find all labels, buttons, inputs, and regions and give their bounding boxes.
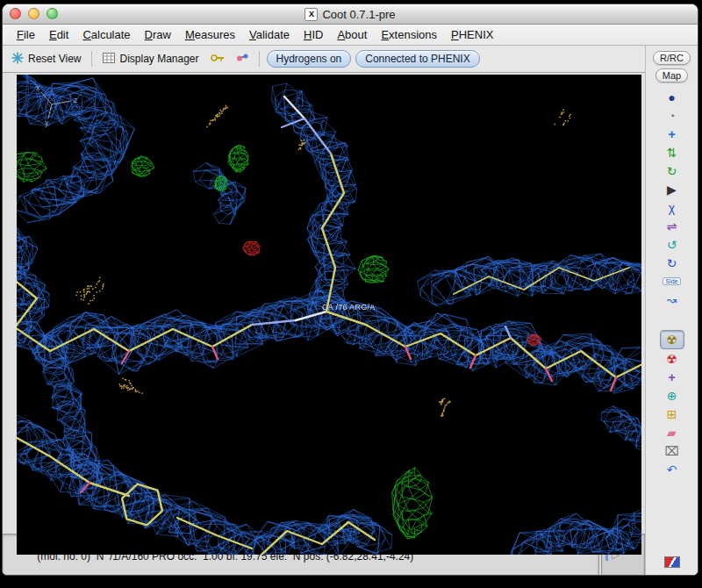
content-area: Reset View Display Manager [3, 46, 698, 575]
undo-icon[interactable]: ↶ [659, 460, 685, 478]
window-controls [10, 8, 58, 19]
menu-extensions[interactable]: Extensions [374, 28, 444, 41]
delete-icon[interactable]: ⌧ [659, 441, 685, 460]
timer-icon[interactable]: ◔ [659, 106, 685, 125]
eraser-icon[interactable]: ▰ [659, 423, 685, 441]
window-title-text: Coot 0.7.1-pre [322, 8, 395, 21]
run-refine-icon[interactable]: ▶ [659, 180, 685, 198]
display-manager-icon [103, 53, 115, 66]
menu-measures[interactable]: Measures [178, 28, 242, 41]
cross-arrows-icon[interactable]: + [659, 368, 685, 386]
menu-hid[interactable]: HID [297, 28, 330, 41]
move-atoms-icon[interactable]: + [659, 125, 685, 143]
hydrogens-toggle-button[interactable]: Hydrogens on [267, 50, 352, 68]
close-button[interactable] [10, 8, 21, 19]
ring-torsion-icon[interactable]: ↻ [659, 254, 685, 272]
minimize-button[interactable] [28, 8, 39, 19]
toolbar: Reset View Display Manager [3, 46, 645, 73]
toolbar-separator [259, 51, 260, 67]
atom-tool-button[interactable] [233, 51, 252, 68]
residue-label: CA /76 ARG/A [322, 303, 376, 312]
ball-and-stick-icon [236, 53, 248, 66]
refine-zone-icon[interactable]: ⊕ [659, 386, 685, 405]
molecular-viewport-canvas[interactable] [17, 75, 641, 555]
map-button[interactable]: Map [655, 68, 688, 82]
torsion-icon[interactable]: ↻ [659, 161, 685, 180]
backbone-edit-icon[interactable]: ⇌ [659, 217, 685, 235]
display-manager-button[interactable]: Display Manager [99, 51, 202, 68]
side-view-icon[interactable]: Side [659, 272, 685, 290]
rrc-button[interactable]: R/RC [653, 51, 691, 65]
radiation-red-icon[interactable]: ☢ [659, 349, 685, 368]
menu-draw[interactable]: Draw [138, 28, 178, 41]
toolbar-separator [91, 51, 92, 67]
add-residue-icon[interactable]: ⊞ [659, 405, 685, 423]
right-toolbar: ●◔+⇅↻▶χ⇌↺↻Side↝☢☢+⊕⊞▰⌧↶ [646, 88, 698, 575]
coot-window: X Coot 0.7.1-pre FileEditCalculateDrawMe… [2, 4, 698, 576]
reset-view-icon [11, 52, 24, 67]
radiation-warning-icon[interactable]: ☢ [660, 330, 684, 349]
edit-chi-icon[interactable]: ↺ [659, 235, 685, 254]
rotate-translate-icon[interactable]: ⇅ [659, 143, 685, 161]
menu-bar: FileEditCalculateDrawMeasuresValidateHID… [3, 25, 698, 46]
window-title: X Coot 0.7.1-pre [304, 8, 395, 21]
menu-validate[interactable]: Validate [242, 28, 297, 41]
jiggle-fit-icon[interactable]: ↝ [659, 290, 685, 309]
display-manager-label: Display Manager [119, 53, 198, 65]
scene-flag-icon[interactable] [659, 553, 685, 571]
menu-phenix[interactable]: PHENIX [444, 28, 500, 41]
title-bar[interactable]: X Coot 0.7.1-pre [3, 4, 698, 25]
menu-about[interactable]: About [330, 28, 374, 41]
phenix-status-button[interactable]: Connected to PHENIX [355, 50, 479, 68]
reset-view-button[interactable]: Reset View [8, 50, 84, 68]
rotamer-icon[interactable]: χ [659, 198, 685, 217]
refinement-sphere-icon[interactable]: ● [659, 88, 685, 106]
zoom-button[interactable] [47, 8, 58, 19]
key-tool-button[interactable] [207, 51, 228, 67]
main-column: Reset View Display Manager [3, 46, 645, 575]
viewport-area: CA /76 ARG/A [3, 73, 645, 534]
x11-icon: X [304, 8, 318, 21]
menu-calculate[interactable]: Calculate [75, 28, 137, 41]
menu-file[interactable]: File [10, 28, 42, 41]
reset-view-label: Reset View [28, 53, 81, 65]
right-panel: R/RC Map ●◔+⇅↻▶χ⇌↺↻Side↝☢☢+⊕⊞▰⌧↶ [645, 46, 698, 575]
key-icon [211, 53, 225, 65]
menu-edit[interactable]: Edit [42, 28, 75, 41]
